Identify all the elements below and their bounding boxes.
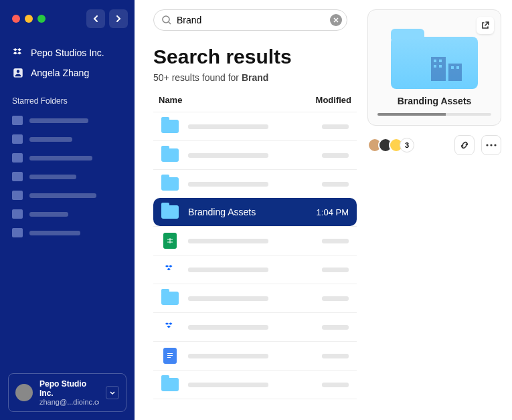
result-row[interactable]	[153, 169, 357, 198]
link-icon	[459, 140, 470, 150]
close-window[interactable]	[12, 15, 20, 23]
avatar-overflow: 3	[400, 138, 414, 152]
folder-icon	[12, 134, 23, 144]
svg-point-16	[486, 144, 488, 146]
result-row[interactable]	[153, 284, 357, 312]
placeholder	[188, 153, 268, 158]
forward-button[interactable]	[109, 9, 128, 28]
svg-point-2	[163, 16, 169, 23]
svg-rect-10	[434, 60, 436, 62]
svg-rect-14	[451, 66, 454, 69]
company-row[interactable]: Pepo Studios Inc.	[12, 43, 122, 63]
external-link-icon	[481, 21, 490, 30]
placeholder	[188, 296, 268, 301]
placeholder	[188, 239, 268, 243]
open-external-button[interactable]	[477, 17, 494, 34]
folder-icon	[12, 172, 23, 181]
dropbox-file-icon	[163, 261, 177, 278]
ellipsis-icon	[486, 144, 497, 146]
maximize-window[interactable]	[37, 15, 46, 23]
svg-rect-15	[456, 66, 459, 69]
result-row[interactable]	[153, 312, 357, 341]
folder-icon	[161, 120, 179, 133]
result-row[interactable]	[153, 140, 357, 169]
chevron-right-icon	[114, 15, 122, 23]
dropbox-icon	[12, 47, 24, 59]
col-modified[interactable]: Modified	[298, 95, 351, 105]
shared-avatars[interactable]: 3	[367, 138, 414, 152]
result-modified: 1:04 PM	[317, 207, 349, 217]
results-list: Branding Assets1:04 PM	[153, 112, 357, 399]
folder-icon	[12, 209, 23, 219]
folder-icon	[12, 191, 23, 200]
result-name: Branding Assets	[188, 207, 256, 217]
svg-rect-7	[167, 357, 171, 358]
search-bar	[153, 9, 347, 31]
starred-item[interactable]	[12, 111, 122, 130]
clear-search-button[interactable]	[330, 14, 342, 26]
result-row[interactable]	[153, 341, 357, 370]
result-row[interactable]	[153, 370, 357, 399]
placeholder	[322, 124, 349, 129]
starred-list	[0, 111, 135, 242]
result-row[interactable]	[153, 255, 357, 284]
placeholder	[29, 156, 92, 161]
svg-rect-6	[167, 355, 173, 356]
placeholder	[29, 212, 68, 217]
placeholder	[188, 325, 268, 330]
copy-link-button[interactable]	[454, 135, 475, 155]
svg-rect-5	[167, 353, 173, 354]
chevron-down-icon	[106, 386, 119, 399]
user-row[interactable]: Angela Zhang	[12, 63, 122, 83]
placeholder	[188, 354, 268, 358]
col-name[interactable]: Name	[159, 95, 298, 105]
dropbox-file-icon	[163, 319, 177, 335]
svg-point-18	[494, 144, 496, 146]
folder-icon	[161, 292, 179, 305]
starred-item[interactable]	[12, 186, 122, 205]
back-button[interactable]	[86, 9, 105, 28]
placeholder	[29, 193, 96, 198]
folder-icon	[161, 177, 179, 191]
placeholder	[322, 182, 349, 187]
svg-rect-13	[439, 65, 442, 68]
table-header: Name Modified	[153, 95, 357, 112]
starred-item[interactable]	[12, 205, 122, 223]
result-row[interactable]	[153, 112, 357, 140]
placeholder	[322, 354, 349, 358]
search-input[interactable]	[153, 9, 347, 31]
preview-card: Branding Assets	[367, 9, 501, 126]
avatar	[15, 384, 33, 401]
starred-item[interactable]	[12, 167, 122, 186]
svg-point-1	[17, 70, 20, 74]
placeholder	[188, 124, 268, 129]
share-bar: 3	[367, 135, 501, 155]
placeholder	[322, 296, 349, 301]
account-name: Pepo Studio Inc.	[39, 379, 99, 398]
folder-icon	[161, 148, 179, 162]
starred-item[interactable]	[12, 130, 122, 148]
placeholder	[188, 182, 268, 187]
folder-icon	[161, 378, 179, 391]
svg-point-17	[490, 144, 492, 146]
result-row[interactable]: Branding Assets1:04 PM	[153, 198, 357, 226]
minimize-window[interactable]	[25, 15, 33, 23]
folder-icon	[12, 153, 23, 163]
window-controls	[0, 9, 135, 28]
user-name: Angela Zhang	[31, 68, 89, 78]
folder-thumbnail	[391, 29, 478, 89]
starred-item[interactable]	[12, 223, 122, 242]
starred-item[interactable]	[12, 148, 122, 167]
placeholder	[188, 268, 268, 272]
more-button[interactable]	[481, 135, 501, 155]
spreadsheet-icon	[163, 233, 177, 249]
placeholder	[188, 383, 268, 387]
results-count: 50+ results found for Brand	[153, 72, 357, 83]
folder-icon	[12, 228, 23, 237]
svg-rect-8	[431, 57, 446, 81]
account-switcher[interactable]: Pepo Studio Inc. zhang@...dioinc.com	[8, 373, 126, 412]
main: Search results 50+ results found for Bra…	[135, 0, 512, 420]
result-row[interactable]	[153, 226, 357, 255]
company-name: Pepo Studios Inc.	[31, 47, 104, 58]
placeholder	[29, 118, 88, 123]
